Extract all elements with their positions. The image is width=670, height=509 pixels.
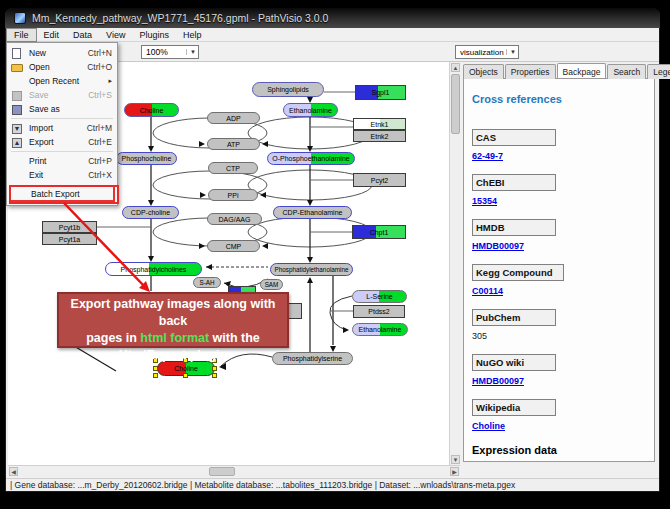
gene-etnk1[interactable]: Etnk1 (353, 118, 406, 130)
node-s-ah[interactable]: S-AH (193, 277, 221, 288)
menu-separator (11, 118, 113, 119)
selection-handle[interactable] (212, 366, 217, 371)
selection-handle[interactable] (183, 373, 188, 378)
scroll-left-button[interactable]: ◀ (9, 467, 18, 476)
chevron-down-icon[interactable]: ▼ (506, 49, 516, 55)
xref-source-hmdb: HMDB (472, 219, 556, 236)
status-bar: | Gene database: ...m_Derby_20120602.bri… (6, 478, 659, 491)
tab-properties[interactable]: Properties (505, 64, 556, 79)
cross-references-heading: Cross references (472, 93, 646, 105)
menu-data[interactable]: Data (66, 29, 99, 41)
expression-data-heading: Expression data (472, 444, 646, 456)
xref-source-wikipedia: Wikipedia (472, 399, 556, 416)
node-sphingolipids[interactable]: Sphingolipids (252, 82, 324, 97)
horizontal-scroll-thumb[interactable] (209, 467, 235, 476)
menu-item-open-recent[interactable]: Open Recent ▸ (8, 74, 116, 88)
gene-pcyt1b[interactable]: Pcyt1b (42, 221, 97, 233)
menu-separator (11, 151, 113, 152)
menu-help[interactable]: Help (176, 29, 209, 41)
node-o-phosphoethanolamine[interactable]: O-Phosphoethanolamine (267, 152, 355, 165)
xref-source-nugo: NuGO wiki (472, 354, 556, 371)
tab-backpage[interactable]: Backpage (557, 63, 607, 78)
app-icon (14, 12, 26, 24)
xref-link-nugo[interactable]: HMDB00097 (472, 376, 524, 386)
node-choline-top[interactable]: Choline (124, 103, 179, 117)
xref-link-cas[interactable]: 62-49-7 (472, 151, 503, 161)
xref-value-pubchem: 305 (472, 331, 646, 341)
node-sam[interactable]: SAM (260, 279, 283, 290)
xref-source-chebi: ChEBI (472, 174, 556, 191)
title-bar[interactable]: Mm_Kennedy_pathway_WP1771_45176.gpml - P… (5, 8, 660, 28)
side-panel-tabs: Objects Properties Backpage Search Legen… (463, 64, 670, 79)
node-ctp[interactable]: CTP (208, 162, 258, 174)
menu-item-batch-export[interactable]: Batch Export (9, 185, 115, 202)
zoom-combobox[interactable]: 100% ▼ (141, 45, 199, 59)
node-phosphocholine[interactable]: Phosphocholine (116, 152, 177, 165)
node-cdp-ethanolamine[interactable]: CDP-Ethanolamine (273, 206, 352, 219)
node-phosphatidylethanolamine[interactable]: Phosphatidylethanolamine (270, 263, 353, 276)
node-ppi[interactable]: PPi (208, 189, 258, 201)
gene-pcyt1a[interactable]: Pcyt1a (42, 233, 97, 245)
node-phosphatidylcholines[interactable]: Phosphatidylcholines (105, 262, 202, 276)
menu-bar: File Edit Data View Plugins Help (6, 28, 659, 42)
scroll-up-button[interactable]: ▲ (451, 63, 460, 72)
scroll-right-button[interactable]: ▶ (450, 467, 459, 476)
xref-source-pubchem: PubChem (472, 309, 556, 326)
chevron-down-icon[interactable]: ▼ (186, 49, 196, 55)
node-adp[interactable]: ADP (207, 112, 260, 124)
xref-link-wikipedia[interactable]: Choline (472, 421, 505, 431)
new-document-icon (10, 48, 25, 59)
screenshot-stage: Mm_Kennedy_pathway_WP1771_45176.gpml - P… (0, 0, 670, 509)
menu-item-export[interactable]: ▲ Export Ctrl+E (8, 135, 116, 149)
scroll-down-button[interactable]: ▼ (451, 455, 460, 464)
visualization-combobox[interactable]: visualization ▼ (455, 45, 519, 59)
xref-link-chebi[interactable]: 15354 (472, 196, 497, 206)
export-icon: ▲ (10, 137, 25, 148)
vertical-scroll-thumb[interactable] (451, 74, 460, 134)
node-ethanolamine-bottom[interactable]: Ethanolamine (352, 323, 408, 336)
menu-item-save-as[interactable]: Save as (8, 102, 116, 116)
xref-link-kegg[interactable]: C00114 (472, 286, 503, 296)
open-folder-icon (10, 62, 25, 73)
tab-legend[interactable]: Legend (647, 64, 670, 79)
annotation-callout: Export pathway images along with back pa… (57, 292, 289, 348)
gene-chpt1[interactable]: Chpt1 (352, 225, 406, 239)
gene-etnk2[interactable]: Etnk2 (353, 130, 406, 142)
selection-handle[interactable] (212, 373, 217, 378)
highlighted-text: html format (140, 331, 209, 345)
selection-handle[interactable] (153, 373, 158, 378)
save-as-icon (10, 104, 25, 115)
menu-item-new[interactable]: New Ctrl+N (8, 46, 116, 60)
menu-file[interactable]: File (6, 28, 37, 42)
node-ethanolamine-top[interactable]: Ethanolamine (283, 103, 338, 117)
menu-item-open[interactable]: Open Ctrl+O (8, 60, 116, 74)
vertical-scrollbar[interactable]: ▲ ▼ (449, 62, 460, 465)
node-l-serine[interactable]: L-Serine (352, 290, 407, 303)
node-atp[interactable]: ATP (207, 138, 260, 150)
gene-sgpl1[interactable]: Sgpl1 (355, 85, 406, 100)
menu-item-exit[interactable]: Exit Ctrl+X (8, 168, 116, 182)
gene-ptdss2[interactable]: Ptdss2 (353, 305, 405, 318)
file-menu-dropdown: New Ctrl+N Open Ctrl+O Open Recent ▸ Sav… (6, 42, 118, 206)
node-dag-aag[interactable]: DAG/AAG (207, 213, 262, 225)
xref-link-hmdb[interactable]: HMDB00097 (472, 241, 524, 251)
horizontal-scrollbar[interactable]: ◀ ▶ (8, 465, 460, 477)
menu-item-print[interactable]: Print Ctrl+P (8, 154, 116, 168)
menu-plugins[interactable]: Plugins (132, 29, 176, 41)
tab-search[interactable]: Search (607, 64, 646, 79)
node-cdp-choline[interactable]: CDP-choline (122, 206, 179, 219)
selection-handle[interactable] (153, 366, 158, 371)
xref-source-kegg: Kegg Compound (472, 264, 564, 281)
import-icon: ▼ (10, 123, 25, 134)
menu-edit[interactable]: Edit (37, 29, 67, 41)
submenu-arrow-icon: ▸ (108, 77, 112, 85)
window-title: Mm_Kennedy_pathway_WP1771_45176.gpml - P… (32, 12, 328, 24)
menu-view[interactable]: View (99, 29, 132, 41)
menu-item-import[interactable]: ▼ Import Ctrl+M (8, 121, 116, 135)
gene-pcyt2[interactable]: Pcyt2 (353, 173, 406, 187)
tab-objects[interactable]: Objects (463, 64, 504, 79)
backpage-panel: Cross references CAS 62-49-7 ChEBI 15354… (463, 78, 655, 462)
save-icon (10, 90, 25, 101)
node-cmp[interactable]: CMP (207, 240, 260, 252)
menu-item-save[interactable]: Save Ctrl+S (8, 88, 116, 102)
